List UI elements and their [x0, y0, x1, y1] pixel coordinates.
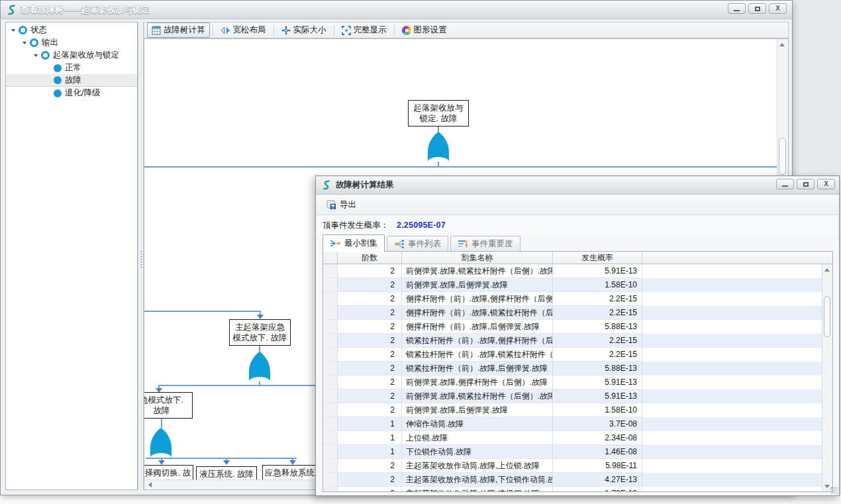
- loose-layout-button[interactable]: 宽松布局: [216, 23, 271, 38]
- row-selector[interactable]: [323, 306, 338, 320]
- table-row[interactable]: 2 侧撑杆附件（前）.故障,后侧弹簧.故障 5.88E-13: [323, 320, 822, 334]
- row-selector[interactable]: [323, 264, 338, 278]
- maximize-button[interactable]: [748, 3, 766, 14]
- tree-item-landing-gear[interactable]: 起落架收放与锁定: [6, 49, 137, 62]
- fault-tree-node-clipped[interactable]: 急模式放下. 故障: [144, 392, 193, 419]
- row-selector[interactable]: [323, 348, 338, 362]
- expander-icon[interactable]: [23, 42, 26, 44]
- cell-cut-set-name: 前侧弹簧.故障,侧撑杆附件（后侧）.故障: [402, 376, 553, 389]
- tree-item-degraded[interactable]: 退化/降级: [6, 87, 137, 99]
- table-vertical-scrollbar[interactable]: [822, 264, 832, 491]
- tree-item-normal[interactable]: 正常: [6, 62, 137, 74]
- state-tree-panel: 状态 输出 起落架收放与锁定 正常 故障 退化/降级: [5, 22, 138, 490]
- row-selector[interactable]: [323, 278, 338, 292]
- cell-cut-set-name: 侧撑杆附件（前）.故障,侧撑杆附件（后侧）.故障: [402, 292, 553, 306]
- actual-size-button[interactable]: 实际大小: [277, 23, 331, 38]
- minimize-button[interactable]: [728, 3, 746, 14]
- tab-event-importance[interactable]: 事件重要度: [450, 236, 520, 252]
- maximize-icon: [755, 7, 760, 11]
- table-row[interactable]: 2 主起落架收放作动筒.故障,下位锁作动筒.故障 4.27E-13: [323, 473, 822, 487]
- table-row[interactable]: 2 主起落架收放作动筒.故障,上位锁.故障 5.98E-11: [323, 459, 822, 473]
- table-row[interactable]: 2 前侧弹簧.故障,锁紧拉杆附件（后侧）.故障 5.91E-13: [323, 264, 822, 278]
- row-selector[interactable]: [323, 445, 338, 459]
- dialog-maximize-button[interactable]: [797, 179, 815, 189]
- row-selector[interactable]: [323, 292, 338, 306]
- cell-order: 2: [338, 403, 402, 417]
- panel-splitter[interactable]: [138, 22, 144, 490]
- export-button[interactable]: 导出: [321, 197, 362, 213]
- row-selector[interactable]: [323, 487, 338, 491]
- tab-event-list[interactable]: 事件列表: [387, 236, 448, 252]
- row-selector[interactable]: [323, 459, 338, 473]
- dialog-titlebar[interactable]: 故障树计算结果 X: [316, 176, 839, 195]
- scroll-up-icon[interactable]: [779, 43, 785, 46]
- fault-tree-node-top[interactable]: 起落架收放与 锁定. 故障: [408, 100, 469, 126]
- row-selector[interactable]: [323, 473, 338, 487]
- row-selector[interactable]: [323, 320, 338, 334]
- scroll-left-icon[interactable]: [148, 482, 152, 487]
- fault-tree-node-hydraulic[interactable]: 液压系统. 故障: [196, 466, 257, 480]
- row-selector[interactable]: [323, 376, 338, 389]
- column-header-name[interactable]: 割集名称: [402, 252, 553, 264]
- expander-icon[interactable]: [34, 54, 38, 57]
- tree-item-output[interactable]: 输出: [6, 36, 137, 49]
- vertical-scroll-thumb[interactable]: [779, 138, 786, 175]
- table-row[interactable]: 2 锁紧拉杆附件（前）.故障,后侧弹簧.故障 5.88E-13: [323, 362, 822, 376]
- table-row[interactable]: 2 侧撑杆附件（前）.故障,锁紧拉杆附件（后侧）.故障 2.2E-15: [323, 306, 822, 320]
- row-selector[interactable]: [323, 362, 338, 376]
- arrow-down-icon: [223, 460, 230, 465]
- top-event-probability-row: 顶事件发生概率： 2.25095E-07: [316, 215, 839, 235]
- cell-probability: 2.2E-15: [553, 348, 642, 362]
- scroll-up-icon[interactable]: [824, 268, 830, 272]
- tab-min-cut-sets[interactable]: 最小割集: [322, 234, 385, 252]
- fault-tree-node-valve-switch[interactable]: 择阀切换. 故 障: [144, 465, 193, 480]
- table-scroll-thumb[interactable]: [824, 296, 830, 337]
- column-header-probability[interactable]: 发生概率: [553, 252, 642, 264]
- dialog-minimize-button[interactable]: [776, 179, 794, 189]
- column-header-order[interactable]: 阶数: [338, 252, 402, 264]
- event-list-icon: [394, 240, 405, 248]
- cell-probability: 5.88E-13: [553, 362, 642, 376]
- tree-item-fault[interactable]: 故障: [6, 74, 137, 87]
- table-row[interactable]: 2 前侧弹簧.故障,锁紧拉杆附件（后侧）.故障 5.91E-13: [323, 389, 822, 403]
- table-row[interactable]: 2 侧撑杆附件（前）.故障,侧撑杆附件（后侧）.故障 2.2E-15: [323, 292, 822, 306]
- results-dialog: 故障树计算结果 X 导出 顶事件发生概率： 2.25095E-07 最小割集 事…: [315, 176, 840, 496]
- tree-item-status[interactable]: 状态: [6, 24, 137, 36]
- close-icon: X: [775, 5, 780, 12]
- fit-view-button[interactable]: 完整显示: [337, 23, 391, 38]
- dialog-close-button[interactable]: X: [817, 179, 835, 189]
- row-selector[interactable]: [323, 417, 338, 431]
- resize-grip[interactable]: [830, 487, 838, 494]
- table-row[interactable]: 1 下位锁作动筒.故障 1.46E-08: [323, 445, 822, 459]
- cell-order: 1: [338, 445, 402, 459]
- cell-probability: 5.98E-11: [553, 459, 642, 473]
- fault-tree-node-emergency-release[interactable]: 应急释放系统: [262, 465, 317, 480]
- probability-label: 顶事件发生概率：: [322, 220, 389, 231]
- table-row[interactable]: 2 锁紧拉杆附件（前）.故障,侧撑杆附件（后侧）.故障 2.2E-15: [323, 334, 822, 348]
- table-row[interactable]: 2 前侧弹簧.故障,后侧弹簧.故障 1.58E-10: [323, 278, 822, 292]
- fault-tree-node-emergency[interactable]: 主起落架应急 模式放下. 故障: [229, 319, 291, 346]
- table-row[interactable]: 1 伸缩作动筒.故障 3.7E-08: [323, 417, 822, 431]
- cell-cut-set-name: 上位锁.故障: [402, 431, 553, 445]
- row-selector[interactable]: [323, 431, 338, 445]
- scroll-down-icon[interactable]: [824, 485, 830, 488]
- main-titlebar[interactable]: 查看故障树——起落架收放与锁定 X: [1, 1, 792, 19]
- table-row[interactable]: 2 锁紧拉杆附件（前）.故障,锁紧拉杆附件（后侧）.故障 2.2E-15: [323, 348, 822, 362]
- table-row[interactable]: 1 上位锁.故障 2.34E-08: [323, 431, 822, 445]
- row-selector[interactable]: [323, 403, 338, 417]
- table-row[interactable]: 2 前侧弹簧.故障,侧撑杆附件（后侧）.故障 5.91E-13: [323, 376, 822, 389]
- cell-cut-set-name: 侧撑杆附件（前）.故障,后侧弹簧.故障: [402, 320, 553, 334]
- row-selector[interactable]: [323, 334, 338, 348]
- fault-tree-calc-button[interactable]: 故障树计算: [147, 23, 210, 38]
- expander-icon[interactable]: [11, 29, 15, 32]
- maximize-icon: [803, 182, 809, 187]
- loose-layout-icon: [221, 26, 230, 34]
- close-button[interactable]: X: [769, 3, 787, 14]
- graphics-settings-button[interactable]: 图形设置: [397, 23, 452, 38]
- cut-set-icon: [330, 239, 341, 248]
- row-selector[interactable]: [323, 389, 338, 403]
- table-row[interactable]: 2 前侧弹簧.故障,后侧弹簧.故障 1.58E-10: [323, 403, 822, 417]
- cell-cut-set-name: 前侧弹簧.故障,锁紧拉杆附件（后侧）.故障: [402, 264, 553, 278]
- table-row[interactable]: 2 主起落架收放作动筒.故障,选择阀.故障 1.73E-13: [323, 487, 822, 491]
- cell-probability: 2.34E-08: [553, 431, 642, 445]
